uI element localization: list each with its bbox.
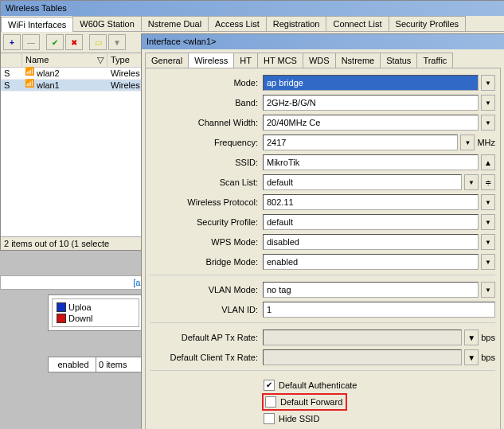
- lbl-scan-list: Scan List:: [150, 177, 263, 187]
- wireless-protocol-dropdown-icon[interactable]: ▼: [481, 194, 495, 210]
- lbl-ssid: SSID:: [150, 158, 263, 167]
- row-name: wlan1: [22, 80, 107, 91]
- main-title: Wireless Tables: [1, 1, 504, 16]
- frequency-combo[interactable]: 2417: [263, 135, 458, 150]
- ssid-input[interactable]: MikroTik: [263, 154, 479, 170]
- wps-mode-combo[interactable]: disabled: [263, 234, 479, 250]
- frequency-unit: MHz: [477, 138, 495, 147]
- items-panel: 0 items: [96, 357, 147, 372]
- row-name: wlan2: [22, 68, 107, 79]
- tab-access-list[interactable]: Access List: [208, 16, 267, 31]
- lbl-default-client-tx: Default Client Tx Rate:: [150, 353, 263, 362]
- enabled-panel: enabled: [48, 357, 99, 372]
- default-authenticate-label: Default Authenticate: [279, 380, 357, 390]
- wireless-protocol-combo[interactable]: 802.11: [263, 194, 479, 210]
- tab-status[interactable]: Status: [380, 53, 417, 68]
- disable-button[interactable]: ✖: [65, 34, 83, 50]
- lbl-vlan-mode: VLAN Mode:: [150, 285, 263, 294]
- vlan-mode-combo[interactable]: no tag: [263, 282, 479, 298]
- tab-nstreme[interactable]: Nstreme: [335, 53, 381, 68]
- lbl-band: Band:: [150, 98, 263, 107]
- ssid-up-icon[interactable]: ▲: [481, 154, 495, 170]
- band-combo[interactable]: 2GHz-B/G/N: [263, 95, 479, 111]
- wifi-icon: [25, 80, 35, 88]
- default-ap-tx-input[interactable]: [263, 330, 462, 345]
- tab-wifi-interfaces[interactable]: WiFi Interfaces: [1, 17, 73, 32]
- bridge-mode-combo[interactable]: enabled: [263, 254, 479, 270]
- wps-mode-dropdown-icon[interactable]: ▼: [481, 234, 495, 250]
- bridge-mode-dropdown-icon[interactable]: ▼: [481, 254, 495, 270]
- add-button[interactable]: +: [3, 34, 21, 50]
- mode-dropdown-icon[interactable]: ▼: [481, 75, 495, 91]
- tab-w60g-station[interactable]: W60G Station: [72, 16, 141, 31]
- wifi-icon: [25, 68, 35, 76]
- tab-general[interactable]: General: [145, 53, 189, 68]
- lbl-channel-width: Channel Width:: [150, 118, 263, 127]
- enable-button[interactable]: ✔: [46, 34, 64, 50]
- tab-wds[interactable]: WDS: [303, 53, 336, 68]
- tab-connect-list[interactable]: Connect List: [326, 16, 389, 31]
- tab-security-profiles[interactable]: Security Profiles: [389, 16, 466, 31]
- mode-combo[interactable]: ap bridge: [263, 75, 479, 91]
- row-marker: S: [1, 68, 22, 79]
- scan-list-split-icon[interactable]: ≑: [481, 174, 495, 190]
- lbl-wps-mode: WPS Mode:: [150, 237, 263, 247]
- lbl-wireless-protocol: Wireless Protocol:: [150, 197, 263, 207]
- channel-width-combo[interactable]: 20/40MHz Ce: [263, 115, 479, 131]
- main-tabs: WiFi Interfaces W60G Station Nstreme Dua…: [1, 16, 504, 32]
- scan-list-combo[interactable]: default: [263, 174, 462, 190]
- legend-download: Downl: [55, 313, 136, 324]
- lbl-frequency: Frequency:: [150, 138, 263, 147]
- vlan-id-input[interactable]: 1: [263, 302, 495, 318]
- frequency-dropdown-icon[interactable]: ▼: [460, 135, 475, 150]
- tab-nstreme-dual[interactable]: Nstreme Dual: [141, 16, 209, 31]
- scan-list-dropdown-icon[interactable]: ▼: [464, 174, 479, 190]
- lbl-vlan-id: VLAN ID:: [150, 305, 263, 314]
- comment-button[interactable]: ▭: [89, 34, 107, 50]
- col-marker[interactable]: [1, 53, 22, 67]
- default-client-tx-down-icon[interactable]: ▼: [464, 349, 479, 365]
- tab-wireless[interactable]: Wireless: [188, 53, 234, 68]
- default-client-tx-input[interactable]: [263, 349, 462, 365]
- channel-width-dropdown-icon[interactable]: ▼: [481, 115, 495, 131]
- security-profile-combo[interactable]: default: [263, 214, 479, 230]
- remove-button[interactable]: —: [22, 34, 40, 50]
- lbl-default-ap-tx: Default AP Tx Rate:: [150, 333, 263, 342]
- col-name[interactable]: Name ▽: [22, 53, 107, 67]
- default-forward-highlight: Default Forward: [262, 393, 347, 411]
- filter-button[interactable]: ▼: [108, 34, 126, 50]
- default-authenticate-checkbox[interactable]: ✔: [264, 380, 275, 391]
- default-forward-checkbox[interactable]: [265, 396, 276, 408]
- legend-upload: Uploa: [55, 302, 136, 313]
- sort-icon: ▽: [97, 55, 104, 65]
- security-profile-dropdown-icon[interactable]: ▼: [481, 214, 495, 230]
- tab-ht-mcs[interactable]: HT MCS: [257, 53, 303, 68]
- tab-registration[interactable]: Registration: [266, 16, 327, 31]
- lbl-bridge-mode: Bridge Mode:: [150, 257, 263, 267]
- lbl-security-profile: Security Profile:: [150, 217, 263, 227]
- default-ap-tx-down-icon[interactable]: ▼: [464, 330, 479, 345]
- panel-title: Interface <wlan1>: [142, 34, 504, 49]
- default-ap-tx-unit: bps: [481, 333, 495, 342]
- lbl-mode: Mode:: [150, 78, 263, 88]
- hide-ssid-checkbox[interactable]: [264, 413, 275, 424]
- vlan-mode-dropdown-icon[interactable]: ▼: [481, 282, 495, 298]
- default-client-tx-unit: bps: [481, 353, 495, 362]
- tab-ht[interactable]: HT: [233, 53, 258, 68]
- band-dropdown-icon[interactable]: ▼: [481, 95, 495, 111]
- row-marker: S: [1, 80, 22, 91]
- tab-traffic[interactable]: Traffic: [416, 53, 453, 68]
- default-forward-label: Default Forward: [280, 397, 342, 407]
- hide-ssid-label: Hide SSID: [279, 414, 319, 423]
